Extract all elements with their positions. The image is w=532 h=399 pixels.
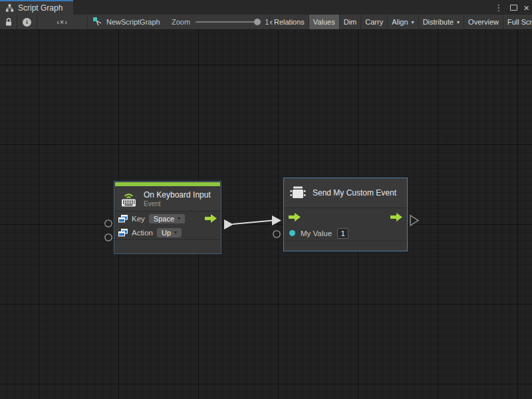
port-my-value-input <box>273 231 280 237</box>
close-icon[interactable]: × <box>523 3 529 13</box>
flow-ports-row <box>284 208 407 225</box>
code-icon: ‹×› <box>57 18 68 26</box>
port-key-input <box>105 220 112 227</box>
wire-on-keyboard-to-send-event <box>224 215 281 229</box>
value-port-icon[interactable] <box>289 230 295 236</box>
port-row-key: Key Space ▾ <box>114 211 221 225</box>
values-button[interactable]: Values <box>309 15 340 29</box>
flow-output-arrow-icon[interactable] <box>205 214 217 223</box>
graph-canvas[interactable]: On Keyboard Input Event Key Space ▾ <box>0 30 532 399</box>
distribute-dropdown-button[interactable]: Distribute▾ <box>419 15 464 29</box>
port-label-my-value: My Value <box>301 229 332 237</box>
port-flow-output <box>410 215 418 225</box>
variable-icon <box>118 229 128 237</box>
port-action-input <box>105 234 112 241</box>
zoom-slider-handle[interactable] <box>254 19 261 25</box>
chevron-down-icon: ▾ <box>412 19 414 25</box>
graph-toolbar: i ‹×› NewScriptGraph Zoom 1x Relations V… <box>0 15 532 30</box>
value-port-row: My Value 1 <box>284 225 407 241</box>
graph-asset-icon <box>93 17 102 27</box>
tab-script-graph[interactable]: Script Graph <box>0 0 73 15</box>
node-title: On Keyboard Input <box>144 190 211 200</box>
dim-button[interactable]: Dim <box>340 15 362 29</box>
chevron-down-icon: ▾ <box>178 215 180 221</box>
relations-button[interactable]: Relations <box>270 15 309 29</box>
event-indicator-bar <box>115 182 220 186</box>
zoom-control: Zoom 1x <box>172 15 273 29</box>
node-header[interactable]: On Keyboard Input Event <box>114 187 221 211</box>
info-button[interactable]: i <box>17 15 37 29</box>
port-label-action: Action <box>132 229 153 237</box>
my-value-input[interactable]: 1 <box>337 228 348 239</box>
toolbar-buttons: Relations Values Dim Carry Align▾ Distri… <box>269 15 532 29</box>
node-header[interactable]: Send My Custom Event <box>284 178 407 208</box>
node-footer <box>114 239 221 253</box>
graph-reference[interactable]: NewScriptGraph <box>93 15 160 29</box>
chevron-down-icon: ▾ <box>174 229 177 235</box>
graph-name: NewScriptGraph <box>106 18 160 26</box>
action-dropdown[interactable]: Up ▾ <box>157 228 182 237</box>
port-row-action: Action Up ▾ <box>114 225 221 239</box>
node-title: Send My Custom Event <box>313 188 396 198</box>
keyboard-event-icon <box>120 192 138 207</box>
connection-layer <box>0 30 532 399</box>
code-preview-button[interactable]: ‹×› <box>37 15 88 29</box>
carry-button[interactable]: Carry <box>361 15 388 29</box>
custom-event-icon <box>289 184 307 201</box>
overview-button[interactable]: Overview <box>464 15 503 29</box>
port-label-key: Key <box>132 215 145 223</box>
flow-output-arrow-icon[interactable] <box>390 213 402 221</box>
node-footer <box>284 241 407 251</box>
chevron-down-icon: ▾ <box>457 19 460 25</box>
flow-input-arrow-icon[interactable] <box>289 213 301 221</box>
full-screen-button[interactable]: Full Screen <box>503 15 532 29</box>
maximize-icon[interactable] <box>510 5 517 11</box>
zoom-slider[interactable] <box>196 21 259 23</box>
lock-icon <box>5 17 13 27</box>
node-subtitle: Event <box>144 200 211 207</box>
lock-button[interactable] <box>0 15 17 29</box>
variable-icon <box>118 215 128 223</box>
window-menu-icon[interactable]: ⋮ <box>493 3 504 12</box>
hierarchy-icon <box>5 4 14 12</box>
key-dropdown[interactable]: Space ▾ <box>149 214 185 223</box>
node-on-keyboard-input[interactable]: On Keyboard Input Event Key Space ▾ <box>114 181 221 254</box>
align-dropdown-button[interactable]: Align▾ <box>388 15 418 29</box>
info-icon: i <box>23 18 31 27</box>
title-bar: Script Graph ⋮ × <box>0 0 532 15</box>
zoom-label: Zoom <box>172 18 190 26</box>
node-send-my-custom-event[interactable]: Send My Custom Event My Value 1 <box>283 178 408 251</box>
tab-label: Script Graph <box>18 3 63 13</box>
